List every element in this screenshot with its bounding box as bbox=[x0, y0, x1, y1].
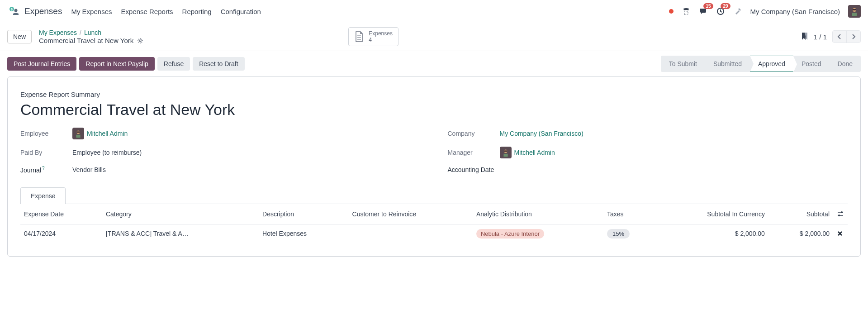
svg-rect-3 bbox=[684, 12, 688, 14]
cell-subtotal[interactable]: $ 2,000.00 bbox=[768, 224, 833, 243]
breadcrumb: My Expenses / Lunch bbox=[39, 29, 143, 36]
column-settings-icon[interactable] bbox=[833, 204, 848, 224]
th-date[interactable]: Expense Date bbox=[20, 204, 102, 224]
th-description[interactable]: Description bbox=[259, 204, 349, 224]
th-taxes[interactable]: Taxes bbox=[603, 204, 655, 224]
nav-configuration[interactable]: Configuration bbox=[221, 8, 261, 15]
th-subtotal[interactable]: Subtotal bbox=[768, 204, 833, 224]
reset-to-draft-button[interactable]: Reset to Draft bbox=[193, 57, 244, 71]
nav-my-expenses[interactable]: My Expenses bbox=[71, 8, 112, 15]
cell-analytic[interactable]: Nebula - Azure Interior bbox=[473, 224, 603, 243]
employee-avatar bbox=[72, 128, 84, 139]
th-customer[interactable]: Customer to Reinvoice bbox=[349, 204, 473, 224]
nav-links: My Expenses Expense Reports Reporting Co… bbox=[71, 8, 261, 15]
svg-rect-8 bbox=[852, 13, 857, 16]
paid-by-value[interactable]: Employee (to reimburse) bbox=[72, 149, 142, 156]
th-subtotal-currency[interactable]: Subtotal In Currency bbox=[655, 204, 768, 224]
th-category[interactable]: Category bbox=[102, 204, 259, 224]
cell-description[interactable]: Hotel Expenses bbox=[259, 224, 349, 243]
cell-customer[interactable] bbox=[349, 224, 473, 243]
expense-table: Expense Date Category Description Custom… bbox=[20, 204, 848, 243]
svg-rect-15 bbox=[76, 131, 80, 133]
cell-category[interactable]: [TRANS & ACC] Travel & A… bbox=[102, 224, 259, 243]
bookmark-icon[interactable] bbox=[801, 32, 808, 41]
svg-rect-20 bbox=[503, 154, 508, 157]
phone-icon[interactable] bbox=[682, 7, 691, 16]
cell-subtotal-currency[interactable]: $ 2,000.00 bbox=[655, 224, 768, 243]
activities-icon[interactable]: 29 bbox=[716, 7, 725, 16]
company-label: Company bbox=[448, 130, 500, 137]
breadcrumb-title: Commercial Travel at New York bbox=[39, 37, 133, 44]
status-posted[interactable]: Posted bbox=[793, 56, 830, 72]
cell-taxes[interactable]: 15% bbox=[603, 224, 655, 243]
delete-row-icon[interactable] bbox=[833, 224, 848, 243]
record-title[interactable]: Commercial Travel at New York bbox=[20, 101, 848, 119]
employee-value[interactable]: Mitchell Admin bbox=[87, 130, 128, 137]
company-value[interactable]: My Company (San Francisco) bbox=[500, 130, 583, 137]
user-avatar[interactable] bbox=[848, 5, 861, 18]
app-title[interactable]: Expenses bbox=[24, 6, 62, 16]
status-submitted[interactable]: Submitted bbox=[705, 56, 750, 72]
svg-text:$: $ bbox=[11, 8, 13, 11]
messages-icon[interactable]: 15 bbox=[699, 7, 708, 16]
svg-rect-16 bbox=[76, 135, 80, 138]
paid-by-label: Paid By bbox=[20, 149, 72, 156]
top-nav: $ Expenses My Expenses Expense Reports R… bbox=[0, 0, 868, 23]
nav-reporting[interactable]: Reporting bbox=[182, 8, 212, 15]
form-sheet: Expense Report Summary Commercial Travel… bbox=[7, 76, 861, 257]
manager-value[interactable]: Mitchell Admin bbox=[514, 149, 555, 156]
accounting-date-label: Accounting Date bbox=[448, 166, 511, 173]
tabs: Expense bbox=[20, 187, 848, 204]
app-icon: $ bbox=[7, 5, 20, 18]
recording-indicator-icon bbox=[669, 9, 674, 14]
svg-rect-7 bbox=[853, 9, 856, 10]
pager-next-button[interactable] bbox=[847, 31, 860, 43]
gear-icon[interactable] bbox=[137, 38, 143, 44]
activities-badge: 29 bbox=[721, 3, 730, 9]
pager-prev-button[interactable] bbox=[833, 31, 847, 43]
journal-value[interactable]: Vendor Bills bbox=[72, 166, 106, 173]
svg-point-22 bbox=[841, 211, 843, 213]
status-bar: To Submit Submitted Approved Posted Done bbox=[661, 56, 861, 72]
breadcrumb-bar: New My Expenses / Lunch Commercial Trave… bbox=[0, 23, 868, 51]
svg-point-24 bbox=[838, 215, 840, 216]
action-bar: Post Journal Entries Report in Next Pays… bbox=[0, 51, 868, 76]
post-journal-entries-button[interactable]: Post Journal Entries bbox=[7, 57, 76, 71]
stat-count: 4 bbox=[369, 37, 393, 43]
messages-badge: 15 bbox=[703, 3, 713, 9]
refuse-button[interactable]: Refuse bbox=[157, 57, 190, 71]
nav-expense-reports[interactable]: Expense Reports bbox=[121, 8, 173, 15]
report-in-payslip-button[interactable]: Report in Next Payslip bbox=[79, 57, 155, 71]
breadcrumb-lunch[interactable]: Lunch bbox=[84, 29, 101, 36]
manager-label: Manager bbox=[448, 149, 500, 156]
expenses-stat-button[interactable]: Expenses 4 bbox=[348, 27, 398, 46]
summary-label: Expense Report Summary bbox=[20, 91, 848, 98]
svg-point-2 bbox=[14, 9, 18, 12]
pager-text: 1 / 1 bbox=[814, 33, 827, 41]
status-done[interactable]: Done bbox=[830, 56, 861, 72]
stat-label: Expenses bbox=[369, 30, 393, 37]
tab-expense[interactable]: Expense bbox=[20, 187, 66, 204]
document-icon bbox=[354, 31, 364, 43]
th-analytic[interactable]: Analytic Distribution bbox=[473, 204, 603, 224]
cell-date[interactable]: 04/17/2024 bbox=[20, 224, 102, 243]
table-row[interactable]: 04/17/2024 [TRANS & ACC] Travel & A… Hot… bbox=[20, 224, 848, 243]
journal-label: Journal? bbox=[20, 166, 72, 174]
new-button[interactable]: New bbox=[7, 30, 32, 43]
status-to-submit[interactable]: To Submit bbox=[661, 56, 705, 72]
manager-avatar bbox=[500, 147, 512, 158]
help-icon[interactable]: ? bbox=[42, 166, 45, 171]
status-approved[interactable]: Approved bbox=[750, 56, 793, 72]
tools-icon[interactable] bbox=[733, 7, 742, 16]
svg-rect-19 bbox=[504, 150, 507, 152]
svg-point-9 bbox=[139, 40, 141, 42]
employee-label: Employee bbox=[20, 130, 72, 137]
breadcrumb-my-expenses[interactable]: My Expenses bbox=[39, 29, 77, 36]
company-selector[interactable]: My Company (San Francisco) bbox=[750, 8, 840, 15]
